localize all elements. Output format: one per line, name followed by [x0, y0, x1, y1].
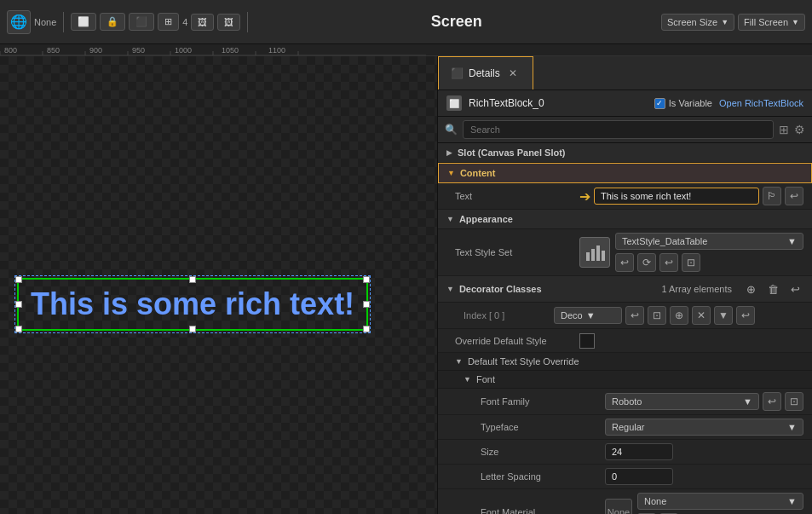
size-value-area [605, 443, 803, 460]
handle-ml[interactable] [15, 301, 22, 308]
text-style-refresh-btn[interactable]: ⟳ [637, 253, 656, 272]
font-family-value-area: Roboto ▼ ↩ ⊡ [605, 392, 803, 411]
letter-spacing-value-area [605, 468, 803, 485]
img-btn-1[interactable]: 🖼 [191, 14, 214, 31]
appearance-section-header[interactable]: ▼ Appearance [438, 210, 812, 229]
text-style-set-value-area: TextStyle_DataTable ▼ ↩ ⟳ ↩ ⊡ [579, 233, 803, 272]
handle-mr[interactable] [363, 301, 370, 308]
index-row: Index [ 0 ] Deco ▼ ↩ ⊡ ⊕ ✕ ▼ ↩ [438, 303, 812, 329]
none-label: None [34, 17, 56, 27]
grid-btn[interactable]: ⊞ [158, 13, 179, 31]
text-reset-btn[interactable]: ↩ [785, 187, 803, 205]
decorator-reset-btn[interactable]: ↩ [786, 280, 803, 297]
size-input[interactable] [605, 443, 673, 460]
font-material-dropdown[interactable]: None ▼ [637, 493, 803, 510]
appearance-arrow-icon: ▼ [446, 215, 454, 223]
text-style-thumbnail[interactable] [579, 237, 610, 268]
icon-btn-2[interactable]: ⬛ [129, 13, 154, 31]
add-decorator-btn[interactable]: ⊕ [742, 280, 759, 297]
bar-chart-icon [585, 242, 605, 263]
font-family-reset-btn[interactable]: ↩ [763, 392, 781, 411]
index-expand-btn[interactable]: ▼ [714, 306, 733, 325]
decorator-classes-section-header[interactable]: ▼ Decorator Classes 1 Array elements ⊕ 🗑… [438, 276, 812, 303]
details-tab[interactable]: ⬛ Details ✕ [438, 56, 533, 90]
component-name[interactable]: RichTextBlock_0 [469, 97, 648, 109]
typeface-label: Typeface [481, 422, 600, 432]
content-section-header[interactable]: ▼ Content [438, 163, 812, 183]
none-swatch-label: None [608, 507, 630, 514]
index-add-btn[interactable]: ⊕ [670, 306, 688, 325]
font-material-label: Font Material [481, 507, 600, 514]
index-delete-btn[interactable]: ✕ [692, 306, 711, 325]
text-prop-value: ➔ 🏳 ↩ [579, 187, 803, 205]
delete-decorator-btn[interactable]: 🗑 [764, 280, 781, 297]
panel-content[interactable]: ▶ Slot (Canvas Panel Slot) ▼ Content Tex… [438, 143, 812, 514]
ruler-svg: 800 850 900 950 1000 1050 1100 [0, 44, 426, 56]
content-section-title: Content [460, 168, 496, 178]
text-style-browse-btn[interactable]: ↩ [615, 253, 634, 272]
toolbar: 🌐 None ⬜ 🔒 ⬛ ⊞ 4 🖼 🖼 Screen Screen Size … [0, 0, 812, 44]
font-family-copy-btn[interactable]: ⊡ [785, 392, 803, 411]
fill-screen-dropdown[interactable]: Fill Screen ▼ [738, 14, 805, 31]
grid-view-icon[interactable]: ⊞ [779, 123, 789, 136]
decorator-classes-title: Decorator Classes [459, 284, 542, 294]
override-color-swatch[interactable] [579, 333, 595, 349]
yellow-arrow-icon: ➔ [579, 188, 590, 205]
typeface-dropdown[interactable]: Regular ▼ [605, 419, 803, 436]
text-style-dropdown[interactable]: TextStyle_DataTable ▼ [615, 233, 803, 250]
panel-close-btn[interactable]: ✕ [505, 66, 521, 81]
font-material-value-area: None None ▼ ↩ ⊡ [605, 493, 803, 514]
handle-tr[interactable] [363, 276, 370, 283]
none-globe-btn[interactable]: 🌐 [7, 10, 31, 34]
settings-icon[interactable]: ⚙ [794, 123, 805, 136]
open-richtextblock-link[interactable]: Open RichTextBlock [719, 98, 803, 108]
search-input[interactable] [463, 120, 774, 139]
component-type-icon: ⬜ [446, 95, 462, 111]
font-material-value: None [644, 496, 666, 506]
decorator-value-dropdown[interactable]: Deco ▼ [554, 307, 622, 324]
lock-btn[interactable]: 🔒 [100, 13, 125, 31]
text-input-field[interactable] [594, 188, 759, 205]
main-area: This is some rich text! ⬛ Details ✕ ⬜ [0, 56, 812, 514]
typeface-row: Typeface Regular ▼ [438, 415, 812, 440]
text-style-copy-btn[interactable]: ⊡ [682, 253, 700, 272]
handle-bl[interactable] [15, 326, 22, 332]
font-family-chevron: ▼ [743, 396, 752, 407]
rich-text-element[interactable]: This is some rich text! [17, 278, 368, 331]
handle-tm[interactable] [189, 276, 196, 283]
index-label: Index [ 0 ] [464, 310, 549, 321]
screen-size-dropdown[interactable]: Screen Size ▼ [661, 14, 734, 31]
letter-spacing-row: Letter Spacing [438, 465, 812, 489]
details-tab-label: Details [469, 67, 500, 79]
text-style-chevron: ▼ [787, 236, 797, 246]
typeface-value-area: Regular ▼ [605, 419, 803, 436]
canvas-area[interactable]: This is some rich text! [0, 56, 437, 514]
img-btn-2[interactable]: 🖼 [217, 14, 240, 31]
handle-br[interactable] [363, 326, 370, 332]
font-sub-header[interactable]: ▼ Font [438, 371, 812, 389]
svg-rect-20 [602, 251, 605, 261]
text-style-action-btns: ↩ ⟳ ↩ ⊡ [615, 253, 803, 272]
svg-text:1050: 1050 [222, 46, 239, 55]
index-browse-btn[interactable]: ↩ [625, 306, 644, 325]
icon-btn-1[interactable]: ⬜ [71, 13, 96, 31]
font-material-swatch[interactable]: None [605, 499, 632, 514]
index-reset-btn[interactable]: ↩ [736, 306, 755, 325]
text-style-reset-btn[interactable]: ↩ [659, 253, 678, 272]
handle-bm[interactable] [189, 326, 196, 332]
text-flag-btn[interactable]: 🏳 [763, 187, 781, 205]
fill-screen-chevron: ▼ [792, 18, 799, 26]
is-variable-checkbox[interactable]: ✓ [654, 98, 665, 109]
default-style-section-header[interactable]: ▼ Default Text Style Override [438, 353, 812, 371]
svg-rect-19 [596, 245, 600, 261]
letter-spacing-input[interactable] [605, 468, 673, 485]
index-copy-btn[interactable]: ⊡ [648, 306, 666, 325]
slot-section-header[interactable]: ▶ Slot (Canvas Panel Slot) [438, 143, 812, 163]
content-arrow-icon: ▼ [447, 169, 455, 177]
screen-size-label: Screen Size [667, 17, 717, 27]
component-icon-glyph: ⬜ [449, 99, 459, 108]
handle-tl[interactable] [15, 276, 22, 283]
font-family-row: Font Family Roboto ▼ ↩ ⊡ [438, 389, 812, 415]
appearance-section-title: Appearance [459, 214, 513, 224]
font-family-dropdown[interactable]: Roboto ▼ [605, 393, 759, 410]
